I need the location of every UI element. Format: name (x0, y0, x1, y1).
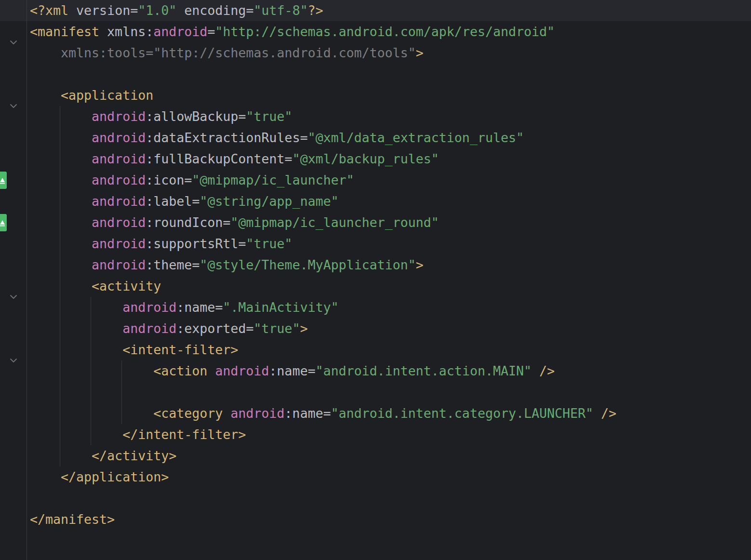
code-line[interactable]: <application (30, 85, 751, 106)
code-line[interactable]: </intent-filter> (30, 424, 751, 445)
code-token-ns: android (92, 215, 146, 230)
code-token-plain (30, 236, 92, 251)
code-token-plain (30, 130, 92, 145)
code-token-plain (593, 406, 601, 421)
code-token-tag: <category (30, 406, 230, 421)
editor-gutter[interactable] (0, 0, 27, 560)
code-token-ns: android (92, 151, 146, 166)
code-line[interactable]: android:fullBackupContent="@xml/backup_r… (30, 148, 751, 170)
code-token-tag: > (416, 45, 424, 60)
gutter-divider (27, 0, 27, 560)
code-token-plain: :name= (284, 406, 331, 421)
code-token-plain: :theme= (146, 257, 200, 272)
code-line[interactable]: android:exported="true"> (30, 318, 751, 339)
code-token-muted: xmlns:tools="http://schemas.android.com/… (30, 45, 416, 60)
code-area[interactable]: <?xml version="1.0" encoding="utf-8"?><m… (0, 0, 751, 530)
code-token-plain: :dataExtractionRules= (146, 130, 308, 145)
code-token-tag: </manifest> (30, 512, 115, 527)
code-token-tag: </activity> (30, 448, 176, 463)
code-token-ns: android (215, 363, 269, 378)
code-line[interactable]: android:label="@string/app_name" (30, 191, 751, 212)
code-line[interactable]: <intent-filter> (30, 339, 751, 360)
fold-chevron-down-icon[interactable] (10, 284, 17, 289)
code-line[interactable]: android:icon="@mipmap/ic_launcher" (30, 170, 751, 191)
code-token-string: "true" (246, 109, 292, 124)
code-editor: <?xml version="1.0" encoding="utf-8"?><m… (0, 0, 751, 560)
code-token-tag: </intent-filter> (30, 427, 246, 442)
code-line[interactable]: xmlns:tools="http://schemas.android.com/… (30, 42, 751, 64)
android-launcher-icon-preview[interactable] (0, 172, 7, 189)
code-token-string: ".MainActivity" (223, 300, 338, 315)
code-line[interactable]: android:allowBackup="true" (30, 106, 751, 127)
code-line[interactable]: android:theme="@style/Theme.MyApplicatio… (30, 254, 751, 276)
code-token-plain: :supportsRtl= (146, 236, 246, 251)
code-token-tag: <activity (30, 279, 161, 293)
code-token-ns: android (92, 173, 146, 187)
code-token-plain (30, 257, 92, 272)
fold-chevron-down-icon[interactable] (10, 30, 17, 35)
code-token-plain (30, 151, 92, 166)
code-token-plain (30, 173, 92, 187)
code-token-tag: <intent-filter> (30, 342, 238, 357)
code-token-tag: <application (30, 88, 153, 103)
code-token-plain: :label= (146, 194, 200, 209)
code-line[interactable]: <action android:name="android.intent.act… (30, 360, 751, 382)
code-token-plain (30, 321, 122, 336)
code-token-plain: xmlns: (107, 24, 153, 39)
code-token-ns: android (153, 24, 207, 39)
code-token-string: "utf-8" (254, 3, 308, 18)
code-token-string: "android.intent.category.LAUNCHER" (331, 406, 593, 421)
code-token-ns: android (92, 109, 146, 124)
code-token-ns: android (92, 257, 146, 272)
code-token-plain (30, 300, 122, 315)
code-token-plain: :name= (176, 300, 223, 315)
android-launcher-icon-preview[interactable] (0, 214, 7, 231)
code-line[interactable]: android:supportsRtl="true" (30, 233, 751, 254)
code-token-ns: android (230, 406, 284, 421)
code-token-ns: android (122, 300, 176, 315)
code-token-ns: android (92, 194, 146, 209)
code-token-string: "@mipmap/ic_launcher" (192, 173, 354, 187)
code-token-plain: :name= (269, 363, 315, 378)
code-line[interactable] (30, 488, 751, 509)
code-line[interactable]: <category android:name="android.intent.c… (30, 403, 751, 424)
code-token-plain: :roundIcon= (146, 215, 230, 230)
code-token-plain: encoding= (176, 3, 254, 18)
code-line[interactable]: </activity> (30, 445, 751, 467)
code-token-tag: /> (601, 406, 617, 421)
code-token-ns: android (92, 236, 146, 251)
fold-chevron-down-icon[interactable] (10, 93, 17, 98)
code-line[interactable]: android:dataExtractionRules="@xml/data_e… (30, 127, 751, 148)
code-line[interactable]: </manifest> (30, 509, 751, 530)
code-token-string: "true" (254, 321, 300, 336)
code-token-plain: :allowBackup= (146, 109, 246, 124)
code-line[interactable] (30, 382, 751, 403)
code-token-string: "@mipmap/ic_launcher_round" (230, 215, 439, 230)
code-line[interactable]: </application> (30, 467, 751, 488)
code-line[interactable] (30, 64, 751, 85)
code-token-tag: </application> (30, 469, 169, 484)
code-token-plain (30, 194, 92, 209)
code-token-tag: /> (539, 363, 555, 378)
code-token-string: "@xml/data_extraction_rules" (308, 130, 523, 145)
code-token-tag: <manifest (30, 24, 107, 39)
code-line[interactable]: <manifest xmlns:android="http://schemas.… (30, 21, 751, 42)
code-token-plain: :fullBackupContent= (146, 151, 292, 166)
code-line[interactable]: <?xml version="1.0" encoding="utf-8"?> (30, 0, 751, 21)
code-token-tag: <action (30, 363, 215, 378)
code-token-string: "@style/Theme.MyApplication" (200, 257, 416, 272)
code-line[interactable]: <activity (30, 276, 751, 297)
code-token-string: "@xml/backup_rules" (292, 151, 439, 166)
fold-chevron-down-icon[interactable] (10, 348, 17, 353)
code-token-plain (30, 215, 92, 230)
code-token-ns: android (92, 130, 146, 145)
code-token-plain: = (207, 24, 215, 39)
code-line[interactable]: android:roundIcon="@mipmap/ic_launcher_r… (30, 212, 751, 233)
code-token-plain (532, 363, 539, 378)
code-line[interactable]: android:name=".MainActivity" (30, 297, 751, 318)
code-token-plain: version= (76, 3, 138, 18)
code-token-string: "http://schemas.android.com/apk/res/andr… (215, 24, 554, 39)
code-token-plain: :exported= (176, 321, 254, 336)
code-token-string: "android.intent.action.MAIN" (315, 363, 531, 378)
code-token-string: "1.0" (138, 3, 176, 18)
